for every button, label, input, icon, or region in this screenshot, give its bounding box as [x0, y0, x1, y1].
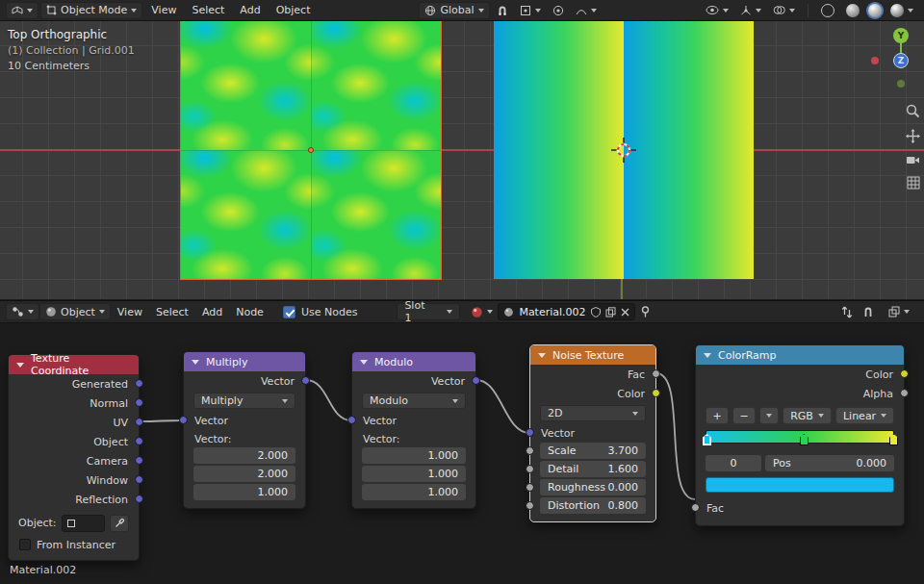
- snapping-icon[interactable]: [862, 306, 874, 317]
- menu-select[interactable]: Select: [149, 306, 195, 318]
- mode-dropdown[interactable]: Object Mode: [40, 2, 142, 19]
- menu-node[interactable]: Node: [229, 306, 270, 318]
- socket-generated[interactable]: [135, 379, 143, 388]
- gizmo-y-axis[interactable]: Y: [893, 28, 909, 43]
- socket-alpha-out[interactable]: [900, 389, 909, 397]
- colorramp-gradient[interactable]: [706, 430, 894, 444]
- node-header[interactable]: Noise Texture: [530, 345, 655, 365]
- ramp-stop-2[interactable]: [889, 434, 898, 445]
- remove-stop-button[interactable]: −: [732, 407, 756, 424]
- pin-toggle[interactable]: [635, 303, 655, 320]
- distortion-field[interactable]: Distortion0.800: [540, 497, 646, 514]
- gizmo-z-axis[interactable]: Z: [893, 53, 909, 68]
- gizmo-x-axis-dot[interactable]: [871, 57, 879, 64]
- dimensions-dropdown[interactable]: 2D: [540, 405, 646, 421]
- ramp-stop-1[interactable]: [800, 434, 808, 445]
- snap-target-dropdown[interactable]: [515, 2, 546, 19]
- detail-field[interactable]: Detail1.600: [540, 461, 646, 477]
- viewport-shading-rendered[interactable]: [886, 2, 918, 19]
- vector-x-field[interactable]: 1.000: [362, 447, 466, 464]
- socket-vector-in[interactable]: [526, 428, 534, 437]
- vector-x-field[interactable]: 2.000: [193, 447, 295, 464]
- navigation-gizmo[interactable]: Y Z: [866, 23, 920, 92]
- reroute-arrows-icon[interactable]: [841, 306, 853, 318]
- color-mode-dropdown[interactable]: RGB: [783, 407, 832, 424]
- collapse-icon[interactable]: [538, 353, 546, 358]
- collapse-icon[interactable]: [704, 353, 711, 358]
- ramp-stop-0[interactable]: [703, 434, 711, 445]
- socket-distortion[interactable]: [526, 501, 534, 510]
- operation-dropdown[interactable]: Modulo: [362, 393, 466, 409]
- collapse-icon[interactable]: [16, 363, 24, 368]
- socket-scale[interactable]: [526, 446, 534, 455]
- node-header[interactable]: Modulo: [352, 352, 475, 371]
- socket-camera[interactable]: [135, 456, 143, 465]
- ramp-specials-dropdown[interactable]: [759, 407, 779, 424]
- overlays-dropdown[interactable]: [768, 2, 800, 19]
- vector-y-field[interactable]: 1.000: [362, 466, 466, 482]
- zoom-icon[interactable]: [906, 104, 920, 118]
- proportional-falloff-dropdown[interactable]: [571, 2, 602, 19]
- socket-vector-in[interactable]: [179, 416, 188, 424]
- node-noise-texture[interactable]: Noise Texture Fac Color 2D Vector Scale3…: [529, 344, 656, 522]
- gizmo-y-neg-dot[interactable]: [897, 80, 905, 88]
- socket-fac-in[interactable]: [691, 503, 700, 512]
- shader-type-dropdown[interactable]: Object: [39, 303, 111, 320]
- socket-color-out[interactable]: [900, 369, 909, 378]
- menu-select[interactable]: Select: [185, 4, 231, 16]
- socket-normal[interactable]: [135, 398, 143, 407]
- gizmos-dropdown[interactable]: [735, 2, 766, 19]
- node-header[interactable]: Multiply: [184, 352, 305, 371]
- menu-view[interactable]: View: [144, 4, 183, 16]
- viewport-shading-material-active[interactable]: [866, 2, 884, 19]
- roughness-field[interactable]: Roughness0.000: [540, 479, 646, 495]
- socket-vector-out[interactable]: [472, 376, 480, 385]
- from-instancer-row[interactable]: From Instancer: [9, 535, 139, 554]
- menu-add[interactable]: Add: [195, 306, 229, 318]
- socket-vector-in[interactable]: [347, 416, 356, 424]
- interpolation-dropdown[interactable]: Linear: [835, 407, 894, 424]
- vector-y-field[interactable]: 2.000: [193, 466, 295, 482]
- material-name-field[interactable]: Material.002: [498, 303, 634, 320]
- socket-reflection[interactable]: [135, 495, 143, 503]
- collapse-icon[interactable]: [360, 360, 368, 365]
- node-vector-math-multiply[interactable]: Multiply Vector Multiply Vector Vector: …: [183, 351, 306, 509]
- move-view-icon[interactable]: [906, 129, 920, 143]
- stop-position-field[interactable]: Pos0.000: [765, 455, 894, 471]
- node-header[interactable]: ColorRamp: [696, 345, 904, 365]
- scale-field[interactable]: Scale3.700: [540, 443, 646, 459]
- menu-object[interactable]: Object: [270, 4, 318, 16]
- socket-vector-out[interactable]: [301, 376, 310, 385]
- operation-dropdown[interactable]: Multiply: [193, 393, 295, 409]
- editor-options-dropdown[interactable]: [884, 303, 914, 320]
- viewport-3d[interactable]: Top Orthographic (1) Collection | Grid.0…: [0, 21, 924, 299]
- stop-index-field[interactable]: 0: [706, 455, 761, 471]
- editor-type-button[interactable]: [6, 2, 38, 19]
- active-stop-color-swatch[interactable]: [706, 477, 894, 493]
- browse-material-dropdown[interactable]: [466, 303, 498, 320]
- material-slot-dropdown[interactable]: Slot 1: [397, 303, 460, 320]
- fake-user-shield-icon[interactable]: [591, 307, 601, 317]
- node-colorramp[interactable]: ColorRamp Color Alpha + − RGB Linear 0 P…: [695, 344, 905, 526]
- eyedropper-button[interactable]: [110, 515, 129, 532]
- socket-fac-out[interactable]: [652, 369, 660, 378]
- grid-ortho-icon[interactable]: [907, 176, 920, 190]
- add-stop-button[interactable]: +: [706, 407, 729, 424]
- socket-window[interactable]: [135, 475, 143, 484]
- editor-type-button[interactable]: [6, 303, 39, 320]
- unlink-x-icon[interactable]: [621, 308, 629, 317]
- use-nodes-checkbox[interactable]: Use Nodes: [278, 303, 363, 320]
- proportional-editing-toggle[interactable]: [548, 2, 569, 19]
- collapse-icon[interactable]: [192, 360, 199, 365]
- viewport-shading-wireframe[interactable]: [816, 2, 839, 19]
- node-vector-math-modulo[interactable]: Modulo Vector Modulo Vector Vector: 1.00…: [351, 351, 476, 509]
- menu-add[interactable]: Add: [233, 4, 267, 16]
- object-selector-field[interactable]: [62, 515, 105, 532]
- menu-view[interactable]: View: [111, 306, 149, 318]
- node-texture-coordinate[interactable]: Texture Coordinate Generated Normal UV O…: [8, 354, 140, 561]
- snap-toggle[interactable]: [492, 2, 513, 19]
- vector-z-field[interactable]: 1.000: [362, 484, 466, 500]
- camera-icon[interactable]: [906, 154, 920, 165]
- socket-detail[interactable]: [526, 465, 534, 473]
- node-header[interactable]: Texture Coordinate: [9, 355, 139, 374]
